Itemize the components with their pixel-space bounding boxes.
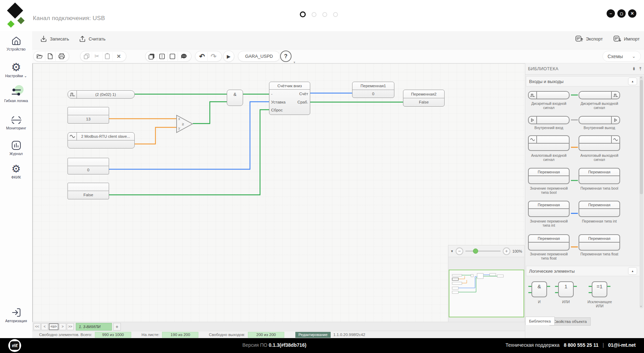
lib-item-discrete-input[interactable] [528,91,570,99]
lib-item-var-int[interactable]: Переменная [579,201,620,217]
sidebar-item-fkik[interactable]: ⚙ ФКИК [0,164,32,179]
last-sheet-button[interactable]: >> [67,323,74,330]
device-selector[interactable]: GARA_USPD [238,51,280,62]
lib-item-analog-input[interactable] [528,135,570,151]
undo-icon[interactable]: ↶ [199,52,208,61]
minimap-viewport[interactable] [449,270,524,317]
counter-block[interactable]: Счётчик вниз - Счёт Уставка Сраб. Сброс [269,82,310,115]
constant-13-block[interactable]: 13 [68,107,109,124]
sidebar-item-authorization[interactable]: Авторизация [0,307,32,323]
sheets-icon[interactable] [148,52,157,61]
sidebar-item-monitoring[interactable]: Мониторинг [0,115,32,130]
lib-gate-and[interactable]: & [531,281,547,297]
lib-item-var-value-int[interactable]: Переменная [528,201,570,217]
cut-icon[interactable]: ✂ [93,52,102,61]
application-window: Канал подключения: USB – ▢ ✕ Записать [0,0,644,353]
modbus-block[interactable]: 2 Modbus-RTU client slave... [68,132,135,148]
variable1-block[interactable]: Переменная1 0 [352,82,394,98]
export-button[interactable]: Экспорт [575,35,603,43]
carousel-dot[interactable] [312,12,316,17]
lib-item-internal-input[interactable] [528,116,570,124]
support-email[interactable]: 01@i-mt.net [608,342,636,348]
sheet-tab[interactable]: 1. 3-8И/ИЛИ [76,323,112,331]
comment-icon[interactable] [179,52,188,61]
carousel-dot[interactable] [322,12,327,17]
lib-item-var-value-bool[interactable]: Переменная [528,168,570,184]
zoom-in-button[interactable]: + [503,247,510,255]
section-logic-elements[interactable]: Логические элементы ▲ [526,266,640,276]
carousel-dot-active[interactable] [300,11,306,17]
maximize-button[interactable]: ▢ [617,9,626,18]
library-scrollbar[interactable]: ˄ ˅ [639,76,643,308]
open-file-icon[interactable] [36,52,45,61]
free-elements-value: 990 из 1000 [95,332,131,338]
first-sheet-button[interactable]: << [34,323,41,330]
square-wave-icon [611,92,619,99]
lib-gate-or[interactable]: 1 [558,281,574,297]
tab-object-properties[interactable]: Свойства объекта [549,317,591,326]
lib-item-var-float[interactable]: Переменная [579,234,620,251]
tab-library[interactable]: Библиотека [525,317,555,325]
help-button[interactable]: ? [280,51,292,62]
sidebar-label-fkik: ФКИК [11,175,21,179]
import-button[interactable]: Импорт [613,35,639,43]
zoom-slider-track[interactable] [465,251,501,252]
run-button[interactable]: ▶ [223,51,234,62]
logic-canvas[interactable]: (2 (0x02) 1) 13 2 Modbus-RTU client slav… [32,63,525,322]
lib-item-internal-output[interactable] [579,116,620,124]
write-button[interactable]: Записать [40,35,69,43]
page-carousel [300,11,338,17]
sidebar-item-flexible-logic[interactable]: Гибкая логика [0,87,32,103]
lib-gate-xor[interactable]: =1 [592,281,607,297]
carousel-dot[interactable] [333,12,338,17]
zoom-out-button[interactable]: − [456,247,463,255]
section-inputs-outputs[interactable]: Входы и выходы ▲ [526,76,640,87]
current-sheet-button[interactable]: <o> [49,323,59,330]
discrete-input-block[interactable]: (2 (0x02) 1) [68,90,135,99]
lib-item-var-value-float[interactable]: Переменная [528,234,570,251]
prev-sheet-button[interactable]: < [41,323,48,330]
add-sheet-button[interactable]: + [113,323,121,331]
section-inputs-outputs-label: Входы и выходы [529,79,564,84]
minimize-button[interactable]: – [607,9,615,18]
read-button[interactable]: Считать [79,35,106,43]
scrollbar-thumb[interactable] [640,80,643,194]
delete-icon[interactable]: ✕ [114,52,123,61]
scroll-up-icon[interactable]: ˄ [640,76,642,79]
mode-badge: Редактирование [295,332,331,338]
sidebar-item-settings[interactable]: ⚙ Настройки ⌄ [0,62,32,78]
close-button[interactable]: ✕ [628,9,636,18]
free-elements-label: Свободно элементов. Всего: [39,333,92,337]
comparator-block[interactable]: x y ≥ [176,115,194,133]
redo-icon[interactable]: ↷ [209,52,218,61]
collapse-section-button[interactable]: ▲ [628,78,637,85]
minimap-preview [449,270,524,317]
copy-icon[interactable] [83,52,92,61]
and-gate-block[interactable]: & [227,90,243,106]
constant-0-block[interactable]: 0 [68,158,109,174]
print-icon[interactable] [57,52,66,61]
sidebar-item-device[interactable]: Устройство [0,36,32,51]
collapse-all-icon[interactable]: ⇟ [632,66,636,72]
next-sheet-button[interactable]: > [59,323,66,330]
support-divider: | [603,342,604,348]
constant-false-block[interactable]: False [68,183,109,199]
lib-item-analog-output[interactable] [579,135,620,151]
lib-item-var-bool[interactable]: Переменная [579,168,620,184]
paste-icon[interactable] [104,52,113,61]
scroll-down-icon[interactable]: ˅ [640,305,642,308]
rectangle-icon[interactable] [169,52,178,61]
chevron-down-icon[interactable]: ▼ [450,250,454,253]
variable2-block[interactable]: Переменная2 False [403,90,445,107]
lib-item-discrete-output[interactable] [579,91,620,99]
sidebar: Устройство ⚙ Настройки ⌄ Гибкая логика [0,31,32,338]
minimap-panel: ▼ − + 100% [448,245,525,322]
new-file-icon[interactable] [47,52,56,61]
sidebar-item-journal[interactable]: Журнал [0,140,32,156]
pin-panel-icon[interactable]: ⤒ [639,66,642,72]
schemes-dropdown[interactable]: Схемы ⌄ [602,51,641,62]
lib-item-label: Внутренний выход [579,126,620,130]
zoom-slider-knob[interactable] [473,248,478,254]
collapse-section-button[interactable]: ▲ [628,267,637,275]
frame-properties-icon[interactable] [159,52,168,61]
